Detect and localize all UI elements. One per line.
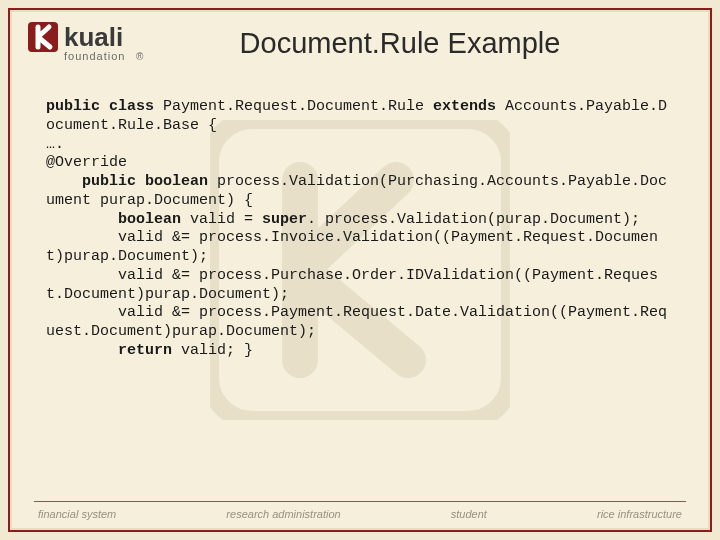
footer-item: research administration bbox=[226, 508, 340, 520]
code-text: valid &= process.Purchase.Order.IDValida… bbox=[46, 267, 658, 303]
code-text: valid &= process.Invoice.Validation((Pay… bbox=[46, 229, 658, 265]
code-example: public class Payment.Request.Document.Ru… bbox=[10, 70, 710, 361]
slide-footer: financial system research administration… bbox=[10, 501, 710, 520]
svg-rect-1 bbox=[28, 22, 58, 52]
code-kw: extends bbox=[433, 98, 505, 115]
footer-item: rice infrastructure bbox=[597, 508, 682, 520]
code-text: …. bbox=[46, 136, 64, 153]
slide-frame: kuali foundation ® Document.Rule Example… bbox=[8, 8, 712, 532]
code-text: valid; } bbox=[172, 342, 253, 359]
code-kw: super bbox=[262, 211, 307, 228]
slide-title: Document.Rule Example bbox=[168, 27, 692, 60]
footer-links: financial system research administration… bbox=[34, 508, 686, 520]
code-kw: boolean bbox=[118, 211, 181, 228]
slide-header: kuali foundation ® Document.Rule Example bbox=[10, 10, 710, 70]
code-text: Payment.Request.Document.Rule bbox=[163, 98, 433, 115]
code-kw: public class bbox=[46, 98, 163, 115]
footer-item: student bbox=[451, 508, 487, 520]
code-text: . process.Validation(purap.Document); bbox=[307, 211, 640, 228]
brand-logo: kuali foundation ® bbox=[28, 20, 168, 66]
code-text: @Override bbox=[46, 154, 127, 171]
footer-item: financial system bbox=[38, 508, 116, 520]
code-kw: public boolean bbox=[82, 173, 208, 190]
code-kw: return bbox=[118, 342, 172, 359]
brand-name-text: kuali bbox=[64, 22, 123, 52]
svg-text:®: ® bbox=[136, 51, 144, 62]
code-text: valid = bbox=[181, 211, 262, 228]
brand-sub-text: foundation bbox=[64, 50, 125, 62]
code-text: valid &= process.Payment.Request.Date.Va… bbox=[46, 304, 667, 340]
footer-divider bbox=[34, 501, 686, 502]
